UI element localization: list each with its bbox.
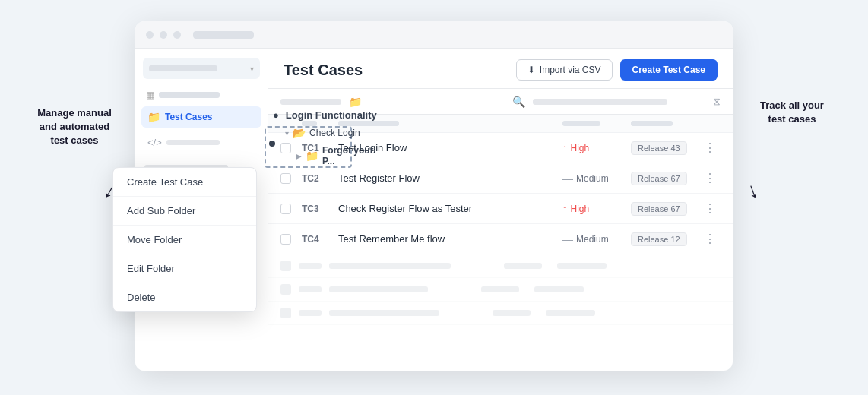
folder-closed-icon: 📁 bbox=[306, 150, 318, 162]
code-icon: </> bbox=[147, 137, 162, 148]
tc-id-2: TC2 bbox=[302, 173, 338, 184]
table-row: TC4 Test Remember Me flow — Medium Relea… bbox=[268, 224, 733, 254]
priority-label-2: Medium bbox=[576, 173, 609, 184]
tc-name-3: Check Register Flow as Tester bbox=[338, 203, 562, 214]
release-badge-3: Release 67 bbox=[631, 202, 687, 216]
release-badge-2: Release 67 bbox=[631, 172, 687, 185]
col-priority bbox=[562, 121, 631, 126]
sidebar-item-test-cases[interactable]: 📁 Test Cases bbox=[141, 106, 261, 128]
release-badge-4: Release 12 bbox=[631, 232, 687, 246]
header-actions: ⬇ Import via CSV Create Test Case bbox=[516, 59, 718, 81]
toolbar-bar-1 bbox=[280, 99, 341, 105]
sidebar-item-label: Test Cases bbox=[165, 112, 212, 122]
sidebar-code-bar bbox=[166, 140, 220, 145]
tc-release-2: Release 67 bbox=[631, 172, 699, 185]
tc-menu-1[interactable]: ⋮ bbox=[699, 141, 721, 155]
tc-name-4: Test Remember Me flow bbox=[338, 233, 562, 245]
context-menu-item-edit-folder[interactable]: Edit Folder bbox=[113, 254, 256, 283]
context-menu-item-delete[interactable]: Delete bbox=[113, 283, 256, 311]
annotation-left: Manage manualand automatedtest cases bbox=[14, 106, 135, 148]
annotation-right: Track all yourtest cases bbox=[731, 99, 853, 126]
create-test-case-button[interactable]: Create Test Case bbox=[620, 59, 718, 81]
page-title: Test Cases bbox=[284, 62, 363, 79]
tc-release-4: Release 12 bbox=[631, 232, 699, 246]
tc-priority-2: — Medium bbox=[562, 172, 631, 185]
chart-icon: ▦ bbox=[146, 90, 154, 100]
sidebar-item-code[interactable]: </> bbox=[141, 134, 261, 151]
row-check-2[interactable] bbox=[280, 173, 302, 184]
tc-menu-3[interactable]: ⋮ bbox=[699, 201, 721, 216]
sidebar-dropdown-bar bbox=[149, 65, 217, 71]
check-login-label: Check Login bbox=[309, 128, 360, 138]
sidebar-stats: ▦ bbox=[135, 90, 268, 100]
priority-up-icon: ↑ bbox=[562, 142, 568, 153]
blurred-row-3 bbox=[268, 302, 733, 325]
blurred-row-2 bbox=[268, 278, 733, 302]
search-icon[interactable]: 🔍 bbox=[512, 96, 525, 108]
tc-release-3: Release 67 bbox=[631, 202, 699, 216]
priority-up-icon-2: ↑ bbox=[562, 203, 568, 214]
chevron-down-icon: ▾ bbox=[250, 65, 254, 73]
tree-forgot-password[interactable]: ▶ 📁 Forgot your P... bbox=[273, 142, 387, 169]
login-functionality-label: Login Functionality bbox=[286, 109, 377, 121]
context-menu-item-create-case[interactable]: Create Test Case bbox=[113, 168, 256, 197]
main-content: Test Cases ⬇ Import via CSV Create Test … bbox=[268, 49, 733, 371]
dot-icon: ● bbox=[273, 109, 279, 121]
row-check-4[interactable] bbox=[280, 234, 302, 245]
priority-label-4: Medium bbox=[576, 234, 609, 245]
filter-icon[interactable]: ⧖ bbox=[713, 95, 721, 108]
tc-menu-2[interactable]: ⋮ bbox=[699, 171, 721, 185]
tree-check-login[interactable]: ▾ 📂 Check Login bbox=[273, 124, 387, 142]
tc-priority-1: ↑ High bbox=[562, 142, 631, 153]
search-input[interactable] bbox=[533, 99, 668, 105]
priority-label-1: High bbox=[571, 143, 590, 153]
context-menu-item-add-subfolder[interactable]: Add Sub Folder bbox=[113, 197, 256, 226]
tc-id-3: TC3 bbox=[302, 204, 338, 214]
sidebar-dropdown[interactable]: ▾ bbox=[143, 58, 260, 79]
folder-open-icon: 📂 bbox=[293, 127, 306, 139]
priority-label-3: High bbox=[571, 204, 590, 214]
title-bar-dot-3 bbox=[173, 31, 181, 39]
download-icon: ⬇ bbox=[527, 65, 535, 75]
table-row: TC3 Check Register Flow as Tester ↑ High… bbox=[268, 194, 733, 224]
chevron-right-icon-tree: ▶ bbox=[296, 152, 302, 160]
tree-login-functionality[interactable]: ● Login Functionality bbox=[273, 106, 387, 124]
priority-dash-icon-2: — bbox=[562, 233, 573, 245]
blurred-row-1 bbox=[268, 254, 733, 278]
tc-release-1: Release 43 bbox=[631, 141, 699, 155]
title-bar bbox=[135, 21, 733, 49]
context-menu-item-move-folder[interactable]: Move Folder bbox=[113, 226, 256, 254]
title-bar-dot-2 bbox=[160, 31, 167, 39]
sidebar-stats-bar bbox=[159, 92, 220, 98]
title-bar-text bbox=[193, 31, 254, 39]
tc-priority-3: ↑ High bbox=[562, 203, 631, 214]
release-badge-1: Release 43 bbox=[631, 141, 687, 155]
col-release bbox=[631, 121, 699, 126]
tc-priority-4: — Medium bbox=[562, 233, 631, 245]
content-header: Test Cases ⬇ Import via CSV Create Test … bbox=[268, 49, 733, 89]
row-check-3[interactable] bbox=[280, 204, 302, 214]
tc-name-2: Test Register Flow bbox=[338, 172, 562, 184]
context-menu: Create Test Case Add Sub Folder Move Fol… bbox=[112, 167, 257, 312]
title-bar-dot-1 bbox=[146, 31, 154, 39]
priority-dash-icon: — bbox=[562, 172, 573, 185]
tc-menu-4[interactable]: ⋮ bbox=[699, 232, 721, 246]
dot-marker bbox=[269, 141, 275, 147]
forgot-password-label: Forgot your P... bbox=[322, 145, 387, 166]
import-button-label: Import via CSV bbox=[540, 65, 601, 75]
tc-id-4: TC4 bbox=[302, 234, 338, 245]
arrow-right-icon: ↓ bbox=[743, 178, 762, 204]
tree-panel: ● Login Functionality ▾ 📂 Check Login ▶ … bbox=[273, 106, 387, 169]
chevron-down-icon-tree: ▾ bbox=[285, 129, 289, 137]
folder-icon: 📁 bbox=[147, 111, 160, 123]
import-csv-button[interactable]: ⬇ Import via CSV bbox=[516, 59, 613, 81]
